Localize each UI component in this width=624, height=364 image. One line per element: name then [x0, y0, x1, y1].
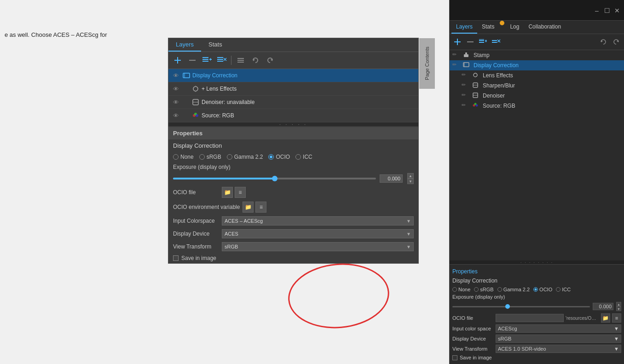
right-ocio-file-input[interactable]	[496, 314, 564, 322]
undo-button[interactable]	[249, 54, 262, 67]
layer-item-source-rgb[interactable]: 👁 Source: RGB	[168, 109, 418, 122]
display-correction-icon	[182, 71, 191, 80]
ocio-file-inputs: 📁 ≡	[222, 187, 414, 198]
right-layer-stamp[interactable]: ✏ Stamp	[450, 50, 624, 60]
right-radio-none[interactable]: None	[452, 287, 470, 292]
right-undo-btn[interactable]	[597, 36, 609, 48]
right-layers-list: ✏ Stamp ✏ Display Correction ✏ Lens Effe…	[450, 50, 624, 260]
right-layer-label-dn: Denoiser	[483, 92, 505, 99]
right-remove-layer-btn[interactable]	[464, 36, 476, 48]
maximize-button[interactable]: ☐	[604, 7, 610, 13]
ocio-env-buttons: 📁 ≡	[243, 202, 414, 213]
svg-rect-36	[486, 40, 486, 42]
right-view-transform-dropdown[interactable]: ACES 1.0 SDR-video ▼	[496, 345, 621, 353]
right-input-cs-dropdown[interactable]: ACEScg ▼	[496, 324, 621, 333]
display-device-dropdown[interactable]: ACES ▼	[222, 229, 414, 238]
eye-lens-effects[interactable]: 👁	[171, 84, 180, 93]
layer-item-lens-effects[interactable]: 👁 + Lens Effects	[168, 82, 418, 96]
right-tab-stats[interactable]: Stats	[477, 21, 499, 34]
page-contents-tab[interactable]: Page Contents	[419, 38, 435, 89]
eye-display-correction[interactable]: 👁	[171, 71, 180, 80]
save-in-image-row: Save in image	[168, 253, 418, 263]
close-button[interactable]: ✕	[614, 7, 620, 13]
right-exposure-input[interactable]	[593, 303, 613, 310]
list-button[interactable]	[234, 54, 247, 67]
right-remove-multi-btn[interactable]	[490, 36, 502, 48]
right-spinner-up[interactable]: ▲	[616, 302, 621, 306]
svg-point-21	[193, 87, 198, 91]
right-layer-source-rgb[interactable]: ✏ Source: RGB	[459, 101, 624, 111]
right-slider-track[interactable]	[452, 306, 590, 307]
right-lens-effects-icon	[472, 72, 480, 79]
spinner-down[interactable]: ▼	[407, 179, 414, 184]
right-ocio-folder-btn[interactable]: 📁	[601, 313, 610, 323]
right-ocio-list-btn[interactable]: ≡	[612, 313, 621, 323]
right-layer-display-correction[interactable]: ✏ Display Correction	[450, 60, 624, 70]
right-radio-srgb[interactable]: sRGB	[474, 287, 493, 292]
ocio-env-folder-button[interactable]: 📁	[243, 202, 254, 213]
right-display-correction-icon	[463, 62, 470, 69]
properties-header: Properties	[168, 127, 418, 139]
input-colorspace-dropdown[interactable]: ACES – ACEScg ▼	[222, 216, 414, 225]
radio-gamma[interactable]: Gamma 2.2	[227, 154, 263, 160]
add-multi-button[interactable]	[201, 54, 214, 67]
panel-resize-handle[interactable]: · · · · ·	[168, 122, 418, 126]
right-save-image-checkbox[interactable]	[452, 355, 457, 360]
right-layer-lens-effects[interactable]: ✏ Lens Effects	[459, 70, 624, 81]
radio-srgb[interactable]: sRGB	[199, 154, 221, 160]
view-transform-dropdown[interactable]: sRGB ▼	[222, 242, 414, 251]
right-radio-icc[interactable]: ICC	[556, 287, 571, 292]
layer-item-display-correction[interactable]: 👁 Display Correction	[168, 69, 418, 82]
svg-rect-16	[237, 62, 244, 63]
eye-denoiser[interactable]: 👁	[171, 98, 180, 107]
right-panel: – ☐ ✕ Layers Stats Log Collaboration	[449, 0, 624, 364]
svg-rect-19	[183, 73, 190, 78]
save-in-image-checkbox[interactable]	[173, 255, 179, 261]
svg-rect-31	[467, 41, 474, 42]
remove-multi-button[interactable]	[215, 54, 228, 67]
right-resize-handle[interactable]: · · · · · · · ·	[450, 260, 624, 264]
ocio-file-list-button[interactable]: ≡	[235, 187, 246, 198]
ocio-file-folder-button[interactable]: 📁	[222, 187, 233, 198]
right-source-rgb-icon	[472, 102, 480, 110]
exposure-value-input[interactable]	[380, 174, 403, 183]
remove-layer-button[interactable]	[186, 54, 199, 67]
right-radio-ocio[interactable]: OCIO	[533, 287, 552, 292]
right-redo-btn[interactable]	[610, 36, 622, 48]
layer-item-denoiser[interactable]: 👁 Denoiser: unavailable	[168, 96, 418, 109]
minimize-button[interactable]: –	[594, 7, 600, 13]
layer-label-dc: Display Correction	[192, 72, 237, 79]
lens-effects-icon	[191, 85, 200, 93]
right-tab-layers[interactable]: Layers	[451, 21, 477, 34]
edit-icon-stamp: ✏	[452, 52, 460, 59]
right-add-multi-btn[interactable]	[477, 36, 489, 48]
right-display-device-dropdown[interactable]: sRGB ▼	[496, 335, 621, 343]
ocio-env-list-button[interactable]: ≡	[255, 202, 266, 213]
right-layer-sharpen-blur[interactable]: ✏ Sharpen/Blur	[459, 81, 624, 91]
redo-button[interactable]	[264, 54, 277, 67]
eye-source-rgb[interactable]: 👁	[171, 111, 180, 120]
right-slider-thumb[interactable]	[505, 304, 510, 309]
radio-none[interactable]: None	[173, 154, 194, 160]
right-layer-denoiser[interactable]: ✏ Denoiser	[459, 91, 624, 101]
right-spinner-down[interactable]: ▼	[616, 306, 621, 311]
svg-rect-3	[189, 60, 196, 61]
layer-label-src: Source: RGB	[202, 112, 234, 119]
spinner-up[interactable]: ▲	[407, 173, 414, 179]
svg-rect-4	[202, 59, 208, 60]
add-layer-button[interactable]	[171, 54, 184, 67]
tab-layers[interactable]: Layers	[168, 38, 201, 52]
right-add-layer-btn[interactable]	[451, 36, 463, 48]
right-radio-gamma[interactable]: Gamma 2.2	[497, 287, 530, 292]
right-view-transform-arrow: ▼	[614, 346, 619, 352]
right-tab-collaboration[interactable]: Collaboration	[524, 21, 566, 34]
view-transform-value: sRGB	[225, 244, 238, 249]
exposure-slider-track[interactable]	[173, 178, 376, 179]
slider-thumb[interactable]	[272, 176, 277, 181]
right-tab-log[interactable]: Log	[505, 21, 524, 34]
radio-icc[interactable]: ICC	[295, 154, 312, 160]
right-radio-group: None sRGB Gamma 2.2 OCIO ICC	[452, 286, 621, 293]
radio-ocio[interactable]: OCIO	[268, 154, 290, 160]
view-transform-arrow: ▼	[406, 244, 411, 249]
tab-stats[interactable]: Stats	[201, 38, 230, 52]
